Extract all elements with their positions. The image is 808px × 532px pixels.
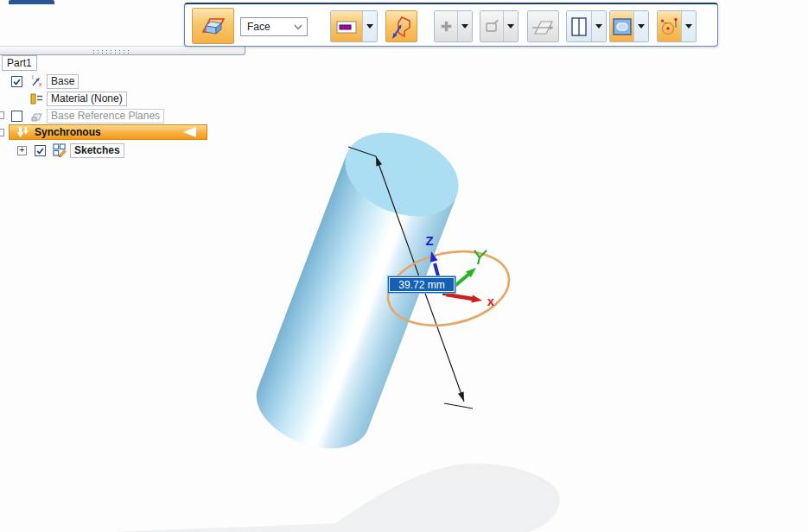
coordinate-system-icon: I x xyxy=(29,74,43,88)
application-window: { "toolbar": { "face_dropdown": { "value… xyxy=(0,0,808,532)
tree-root-part1[interactable]: Part1 xyxy=(2,55,37,71)
dropdown-arrow-icon xyxy=(595,24,602,28)
svg-text:x: x xyxy=(39,81,42,87)
axis-x-label: x xyxy=(487,294,495,308)
copy-button-group xyxy=(480,10,519,42)
add-button[interactable] xyxy=(435,11,457,41)
relations-button[interactable] xyxy=(658,11,681,41)
dropdown-arrow-icon xyxy=(507,24,514,28)
relations-dropdown[interactable] xyxy=(681,11,696,41)
clipboard-icon xyxy=(484,19,500,34)
base-checkbox[interactable] xyxy=(11,76,22,87)
collapse-arrow-icon[interactable] xyxy=(183,127,196,137)
dropdown-arrow-icon xyxy=(638,24,645,28)
relations-icon xyxy=(659,16,680,38)
tree-item-label[interactable]: Base xyxy=(47,74,79,89)
color-bar-icon xyxy=(335,16,358,37)
reference-planes-icon xyxy=(29,109,43,123)
split-pane-button-group xyxy=(566,10,607,42)
checkmark-icon xyxy=(35,146,45,155)
symmetry-button[interactable] xyxy=(527,10,559,42)
dropdown-arrow-icon xyxy=(366,24,373,28)
tree-row-sketches: + Sketches xyxy=(0,142,259,158)
slot-icon xyxy=(612,17,633,36)
tree-item-label[interactable]: Material (None) xyxy=(47,92,127,106)
line-color-button-group xyxy=(330,10,378,42)
checkmark-icon xyxy=(12,77,22,86)
face-selector-value: Face xyxy=(247,21,270,33)
tree-row-base: I x Base xyxy=(0,73,259,89)
cylinder-shadow xyxy=(111,464,560,532)
move-3d-button[interactable] xyxy=(385,10,417,42)
plus-icon xyxy=(439,19,454,34)
sketches-icon xyxy=(53,143,67,157)
dimension-value-text: 39.72 mm xyxy=(398,279,444,291)
slot-button-group xyxy=(609,10,649,42)
tree-row-material: Material (None) xyxy=(0,91,259,106)
window-tab[interactable] xyxy=(9,0,54,4)
copy-dropdown[interactable] xyxy=(503,11,518,41)
reference-planes-checkbox[interactable] xyxy=(11,111,22,122)
add-dropdown[interactable] xyxy=(457,11,472,41)
dropdown-arrow-icon xyxy=(685,24,692,28)
sketches-checkbox[interactable] xyxy=(35,145,46,156)
dimension-value-box[interactable]: 39.72 mm xyxy=(388,276,456,294)
material-icon xyxy=(29,92,43,105)
svg-text:I: I xyxy=(32,74,34,80)
face-selector-dropdown[interactable]: Face xyxy=(240,17,308,36)
relations-button-group xyxy=(657,10,697,42)
tree-item-label: Synchronous xyxy=(35,126,101,138)
split-pane-icon xyxy=(569,16,589,38)
line-color-button[interactable] xyxy=(331,11,362,41)
tree-item-label[interactable]: Sketches xyxy=(70,143,124,158)
dimension-arrow-bottom xyxy=(458,392,464,402)
line-color-dropdown[interactable] xyxy=(362,11,377,41)
collapse-box-partial[interactable] xyxy=(0,129,4,136)
slot-dropdown[interactable] xyxy=(633,11,648,41)
split-pane-dropdown[interactable] xyxy=(591,11,606,41)
axis-x-arrow[interactable] xyxy=(446,294,482,303)
tree-row-synchronous: Synchronous xyxy=(0,124,259,140)
tree-item-label[interactable]: Base Reference Planes xyxy=(47,109,164,124)
plane-box-icon xyxy=(200,13,227,39)
symmetry-icon xyxy=(531,17,555,36)
synchronous-icon xyxy=(16,126,29,139)
collapse-box-partial[interactable] xyxy=(0,111,4,119)
expand-plus-box[interactable]: + xyxy=(17,146,27,155)
move-3d-icon xyxy=(390,15,414,39)
add-button-group xyxy=(434,10,473,42)
slot-button[interactable] xyxy=(610,11,633,41)
sketch-plane-button[interactable] xyxy=(192,8,234,44)
copy-button[interactable] xyxy=(480,11,503,41)
tree-row-reference-planes: Base Reference Planes xyxy=(0,108,259,124)
splitter-grip-icon[interactable] xyxy=(92,49,131,54)
split-pane-button[interactable] xyxy=(567,11,591,41)
dropdown-arrow-icon xyxy=(461,24,468,28)
axis-z-label: Z xyxy=(425,233,433,248)
pane-splitter[interactable] xyxy=(0,46,245,55)
chevron-down-icon xyxy=(294,24,302,30)
synchronous-group-header[interactable]: Synchronous xyxy=(9,124,207,140)
command-bar: Face xyxy=(184,3,718,47)
